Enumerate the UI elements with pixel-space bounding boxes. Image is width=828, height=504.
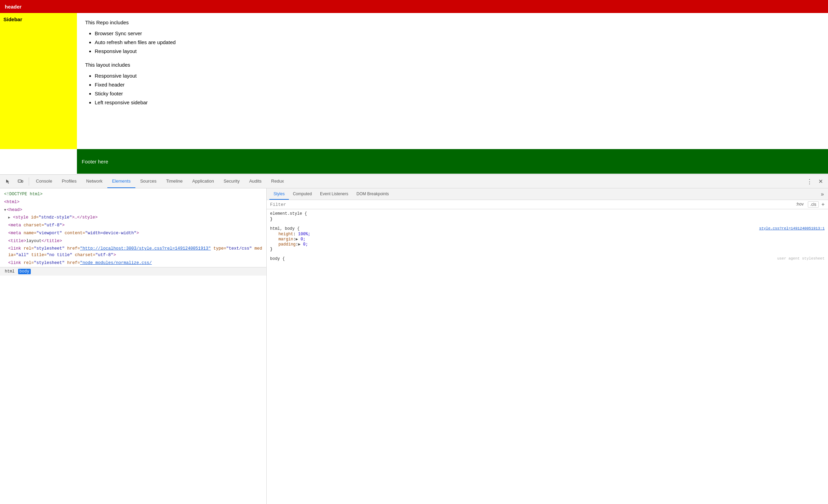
list-item: Sticky footer: [95, 90, 820, 98]
svg-rect-1: [22, 181, 23, 182]
styles-source-link[interactable]: style.css?rel=1491240051913:1: [759, 226, 825, 230]
svg-rect-0: [18, 180, 21, 182]
html-line-head[interactable]: ▼<head>: [0, 206, 266, 214]
tab-application[interactable]: Application: [187, 175, 219, 188]
html-line-link-normalize[interactable]: <link rel="stylesheet" href="node_module…: [0, 259, 266, 267]
styles-tab-styles[interactable]: Styles: [269, 188, 289, 200]
expand-icon[interactable]: ▶: [296, 237, 298, 242]
list-item: Fixed header: [95, 81, 820, 89]
filter-hov-button[interactable]: :hov: [794, 201, 805, 208]
styles-prop-height: height: 100%;: [273, 232, 825, 237]
tab-timeline[interactable]: Timeline: [161, 175, 188, 188]
styles-filter-controls: :hov .cls +: [794, 201, 825, 208]
styles-content: element.style { } style.css?rel=14912400…: [267, 209, 828, 504]
breadcrumb-html[interactable]: html: [3, 269, 16, 274]
list-item: Auto refresh when files are updated: [95, 38, 820, 47]
styles-subtabs: Styles Computed Event Listeners DOM Brea…: [267, 188, 828, 200]
ua-label: user agent stylesheet: [777, 256, 825, 261]
styles-closing-html-body: }: [270, 247, 825, 252]
tab-elements[interactable]: Elements: [107, 175, 135, 188]
device-toolbar-icon: [18, 179, 23, 184]
list-item: Browser Sync server: [95, 29, 820, 38]
content-heading2: This layout includes: [85, 61, 820, 69]
styles-tab-computed[interactable]: Computed: [289, 188, 316, 200]
styles-selector-body: user agent stylesheet body {: [270, 256, 825, 261]
devtools-main: <!DOCTYPE html> <html> ▼<head> ▶ <style …: [0, 188, 828, 504]
styles-block-html-body: height: 100%; margin:▶ 0; padding:▶ 0;: [270, 232, 825, 247]
devtools-toolbar: Console Profiles Network Elements Source…: [0, 175, 828, 188]
styles-filter-bar: :hov .cls +: [267, 200, 828, 209]
list-item: Responsive layout: [95, 72, 820, 80]
site-header: header: [0, 0, 828, 13]
footer-text: Footer here: [82, 159, 108, 164]
styles-tab-dom-breakpoints[interactable]: DOM Breakpoints: [352, 188, 393, 200]
html-line-html[interactable]: <html>: [0, 198, 266, 206]
styles-prop-padding: padding:▶ 0;: [273, 242, 825, 247]
cursor-icon-btn[interactable]: [2, 175, 14, 188]
tab-audits[interactable]: Audits: [244, 175, 266, 188]
styles-closing-element: }: [270, 217, 825, 222]
html-line-style[interactable]: ▶ <style id="stndz-style">…</style>: [0, 214, 266, 222]
html-breadcrumb: html body: [0, 267, 266, 276]
styles-selector-html-body: style.css?rel=1491240051913:1 html, body…: [270, 226, 825, 231]
list-item: Left responsive sidebar: [95, 98, 820, 107]
header-text: header: [5, 4, 22, 10]
styles-rule-html-body: style.css?rel=1491240051913:1 html, body…: [270, 226, 825, 252]
filter-add-button[interactable]: +: [822, 201, 825, 208]
tab-sources[interactable]: Sources: [135, 175, 161, 188]
styles-selector-element: element.style {: [270, 211, 825, 216]
html-line-link-style[interactable]: <link rel="stylesheet" href="http://loca…: [0, 245, 266, 259]
browser-viewport: header Sidebar This Repo includes Browse…: [0, 0, 828, 174]
site-content: This Repo includes Browser Sync server A…: [77, 13, 828, 149]
styles-tab-event-listeners[interactable]: Event Listeners: [316, 188, 352, 200]
content-list1: Browser Sync server Auto refresh when fi…: [95, 29, 820, 55]
triangle-collapsed-icon: ▶: [8, 216, 12, 220]
html-line-meta-viewport[interactable]: <meta name="viewport" content="width=dev…: [0, 229, 266, 237]
tab-profiles[interactable]: Profiles: [57, 175, 81, 188]
sidebar-text: Sidebar: [3, 16, 22, 22]
content-heading1: This Repo includes: [85, 18, 820, 27]
site-footer: Footer here: [77, 149, 828, 174]
styles-prop-margin: margin:▶ 0;: [273, 237, 825, 242]
styles-filter-input[interactable]: [270, 202, 792, 207]
site-sidebar: Sidebar: [0, 13, 77, 149]
cursor-icon: [5, 179, 11, 184]
device-toolbar-icon-btn[interactable]: [14, 175, 27, 188]
expand-icon[interactable]: ▶: [298, 242, 301, 247]
html-line-doctype: <!DOCTYPE html>: [0, 190, 266, 198]
filter-cls-button[interactable]: .cls: [808, 201, 819, 208]
html-line-meta-charset[interactable]: <meta charset="utf-8">: [0, 222, 266, 229]
more-styles-tabs-button[interactable]: »: [819, 191, 825, 197]
site-body: Sidebar This Repo includes Browser Sync …: [0, 13, 828, 149]
tab-security[interactable]: Security: [219, 175, 244, 188]
tab-console[interactable]: Console: [31, 175, 57, 188]
toolbar-divider: [29, 177, 29, 186]
content-list2: Responsive layout Fixed header Sticky fo…: [95, 72, 820, 107]
devtools-panel: Console Profiles Network Elements Source…: [0, 174, 828, 504]
more-tabs-button[interactable]: ⋮: [804, 175, 815, 188]
styles-rule-body: user agent stylesheet body {: [270, 256, 825, 261]
html-line-title[interactable]: <title>layout</title>: [0, 237, 266, 245]
breadcrumb-body[interactable]: body: [18, 269, 31, 274]
tab-network[interactable]: Network: [81, 175, 107, 188]
list-item: Responsive layout: [95, 47, 820, 55]
html-tree-panel: <!DOCTYPE html> <html> ▼<head> ▶ <style …: [0, 188, 267, 504]
styles-rule-element: element.style { }: [270, 211, 825, 222]
close-devtools-button[interactable]: ✕: [815, 175, 826, 188]
styles-panel: Styles Computed Event Listeners DOM Brea…: [267, 188, 828, 504]
tab-redux[interactable]: Redux: [266, 175, 289, 188]
triangle-icon: ▼: [4, 208, 6, 212]
devtools-tabs: Console Profiles Network Elements Source…: [31, 175, 804, 188]
